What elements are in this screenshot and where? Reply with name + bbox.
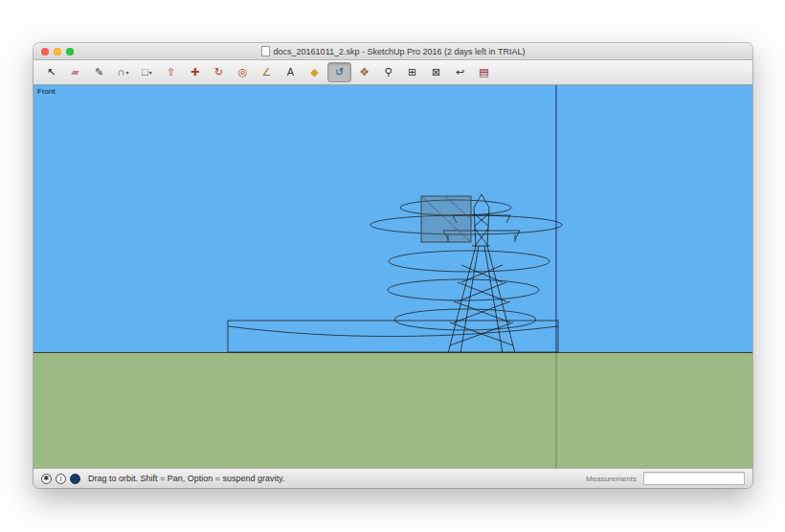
arc-tool-icon: ∩ bbox=[118, 67, 125, 78]
send-to-layout-button[interactable]: ▤ bbox=[473, 63, 495, 81]
push-pull-tool-icon: ⇧ bbox=[167, 67, 175, 78]
shapes-tool[interactable]: □▾ bbox=[136, 63, 158, 81]
window-titlebar[interactable]: docs_20161011_2.skp - SketchUp Pro 2016 … bbox=[34, 43, 752, 60]
close-button[interactable] bbox=[41, 48, 49, 55]
ground-rectangle[interactable] bbox=[228, 321, 558, 352]
measurements-label: Measurements bbox=[586, 475, 637, 483]
tape-measure-tool[interactable]: ∠ bbox=[256, 63, 278, 81]
fullscreen-button[interactable] bbox=[66, 48, 74, 55]
arc-tool-dropdown-caret[interactable]: ▾ bbox=[125, 70, 128, 76]
orbit-tool[interactable]: ↺ bbox=[327, 62, 351, 82]
shapes-tool-dropdown-caret[interactable]: ▾ bbox=[149, 70, 152, 76]
zoom-tool[interactable]: ⚲ bbox=[377, 63, 399, 81]
zoom-extents-tool[interactable]: ⊠ bbox=[425, 63, 447, 81]
paint-bucket-tool[interactable]: ◆ bbox=[303, 63, 325, 81]
window-title: docs_20161011_2.skp - SketchUp Pro 2016 … bbox=[261, 46, 526, 56]
eraser-tool-icon: ▰ bbox=[71, 67, 78, 78]
status-hint: Drag to orbit. Shift = Pan, Option = sus… bbox=[88, 474, 581, 483]
move-tool-icon: ✚ bbox=[191, 67, 199, 78]
move-tool[interactable]: ✚ bbox=[184, 63, 206, 81]
previous-view-tool[interactable]: ↩ bbox=[449, 63, 471, 81]
offset-tool-icon: ◎ bbox=[238, 67, 248, 78]
status-bar: ✱i Drag to orbit. Shift = Pan, Option = … bbox=[34, 468, 752, 488]
measurements-input[interactable] bbox=[643, 472, 745, 485]
statusbar-icons: ✱i bbox=[41, 474, 80, 484]
credits-icon[interactable]: i bbox=[56, 474, 66, 484]
paint-bucket-tool-icon: ◆ bbox=[310, 67, 318, 78]
model-drawing bbox=[34, 85, 752, 468]
rotate-tool[interactable]: ↻ bbox=[208, 63, 230, 81]
select-tool[interactable]: ↖ bbox=[40, 63, 62, 81]
zoom-tool-icon: ⚲ bbox=[384, 67, 392, 78]
claim-status-icon[interactable] bbox=[70, 474, 80, 484]
send-to-layout-button-icon: ▤ bbox=[479, 67, 488, 78]
text-tool-icon: A bbox=[287, 67, 294, 78]
line-tool-icon: ✎ bbox=[95, 67, 103, 78]
offset-tool[interactable]: ◎ bbox=[232, 63, 254, 81]
push-pull-tool[interactable]: ⇧ bbox=[160, 63, 182, 81]
view-orientation-label: Front bbox=[37, 87, 56, 96]
pan-tool-icon: ✥ bbox=[360, 67, 369, 78]
toolbar: ↖▰✎∩▾□▾⇧✚↻◎∠A◆↺✥⚲⊞⊠↩▤ bbox=[34, 60, 752, 85]
arc-tool[interactable]: ∩▾ bbox=[112, 63, 134, 81]
previous-view-tool-icon: ↩ bbox=[456, 67, 464, 78]
sketchup-window: docs_20161011_2.skp - SketchUp Pro 2016 … bbox=[34, 43, 752, 488]
line-tool[interactable]: ✎ bbox=[88, 63, 110, 81]
eraser-tool[interactable]: ▰ bbox=[64, 63, 86, 81]
document-icon bbox=[261, 46, 270, 56]
select-tool-icon: ↖ bbox=[47, 67, 56, 78]
geolocation-icon[interactable]: ✱ bbox=[41, 474, 52, 484]
rotate-tool-icon: ↻ bbox=[214, 67, 223, 78]
selected-object-highlight[interactable] bbox=[421, 196, 471, 242]
zoom-window-tool-icon: ⊞ bbox=[408, 67, 416, 78]
minimize-button[interactable] bbox=[54, 48, 61, 55]
zoom-extents-tool-icon: ⊠ bbox=[432, 67, 440, 78]
pan-tool[interactable]: ✥ bbox=[353, 63, 375, 81]
window-title-text: docs_20161011_2.skp - SketchUp Pro 2016 … bbox=[274, 47, 526, 56]
viewport[interactable]: Front bbox=[34, 85, 752, 468]
traffic-lights bbox=[41, 43, 74, 59]
tape-measure-tool-icon: ∠ bbox=[262, 67, 272, 78]
shapes-tool-icon: □ bbox=[142, 67, 148, 78]
orbit-tool-icon: ↺ bbox=[335, 67, 344, 78]
zoom-window-tool[interactable]: ⊞ bbox=[401, 63, 423, 81]
text-tool[interactable]: A bbox=[280, 63, 302, 81]
